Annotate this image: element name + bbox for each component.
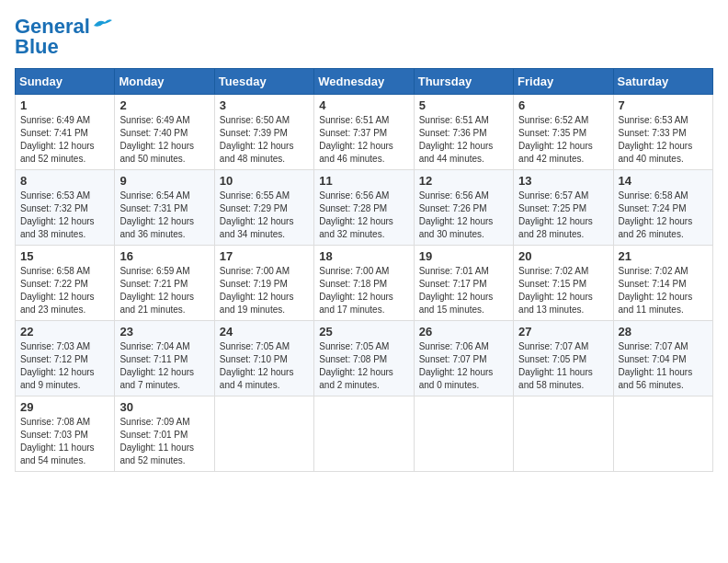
day-number: 13 — [518, 174, 608, 188]
day-number: 10 — [220, 174, 309, 188]
day-info: Sunrise: 6:53 AM Sunset: 7:33 PM Dayligh… — [619, 114, 708, 166]
calendar-day-cell: 20 Sunrise: 7:02 AM Sunset: 7:15 PM Dayl… — [514, 246, 613, 321]
day-number: 5 — [419, 98, 508, 112]
calendar-table: SundayMondayTuesdayWednesdayThursdayFrid… — [15, 68, 713, 472]
calendar-day-cell: 13 Sunrise: 6:57 AM Sunset: 7:25 PM Dayl… — [514, 170, 613, 246]
day-info: Sunrise: 6:57 AM Sunset: 7:25 PM Dayligh… — [518, 190, 608, 241]
calendar-day-cell: 22 Sunrise: 7:03 AM Sunset: 7:12 PM Dayl… — [16, 321, 115, 396]
day-info: Sunrise: 7:02 AM Sunset: 7:14 PM Dayligh… — [619, 265, 708, 316]
day-info: Sunrise: 6:52 AM Sunset: 7:35 PM Dayligh… — [518, 114, 608, 166]
day-number: 24 — [220, 325, 309, 339]
calendar-day-cell — [414, 396, 513, 472]
day-info: Sunrise: 7:07 AM Sunset: 7:04 PM Dayligh… — [619, 340, 708, 392]
day-number: 19 — [419, 249, 508, 263]
day-info: Sunrise: 7:00 AM Sunset: 7:19 PM Dayligh… — [220, 265, 309, 316]
calendar-day-cell: 21 Sunrise: 7:02 AM Sunset: 7:14 PM Dayl… — [613, 246, 712, 321]
day-info: Sunrise: 6:58 AM Sunset: 7:24 PM Dayligh… — [619, 190, 708, 241]
day-number: 23 — [119, 325, 209, 339]
calendar-day-cell: 9 Sunrise: 6:54 AM Sunset: 7:31 PM Dayli… — [115, 170, 214, 246]
calendar-day-cell: 25 Sunrise: 7:05 AM Sunset: 7:08 PM Dayl… — [314, 321, 414, 396]
day-info: Sunrise: 6:53 AM Sunset: 7:32 PM Dayligh… — [20, 190, 109, 241]
day-number: 18 — [319, 249, 408, 263]
day-number: 25 — [319, 325, 408, 339]
day-info: Sunrise: 7:05 AM Sunset: 7:08 PM Dayligh… — [319, 340, 408, 392]
day-number: 6 — [518, 98, 608, 112]
day-number: 1 — [20, 98, 109, 112]
day-info: Sunrise: 6:51 AM Sunset: 7:37 PM Dayligh… — [319, 114, 408, 166]
day-info: Sunrise: 7:07 AM Sunset: 7:05 PM Dayligh… — [518, 340, 608, 392]
day-info: Sunrise: 7:04 AM Sunset: 7:11 PM Dayligh… — [119, 340, 209, 392]
calendar-day-cell: 17 Sunrise: 7:00 AM Sunset: 7:19 PM Dayl… — [214, 246, 313, 321]
weekday-header: Saturday — [613, 69, 712, 95]
calendar-day-cell: 1 Sunrise: 6:49 AM Sunset: 7:41 PM Dayli… — [16, 95, 115, 170]
calendar-day-cell: 15 Sunrise: 6:58 AM Sunset: 7:22 PM Dayl… — [16, 246, 115, 321]
day-number: 27 — [518, 325, 608, 339]
logo-bird-icon — [92, 17, 112, 33]
calendar-day-cell: 30 Sunrise: 7:09 AM Sunset: 7:01 PM Dayl… — [115, 396, 214, 472]
day-number: 11 — [319, 174, 408, 188]
calendar-day-cell: 18 Sunrise: 7:00 AM Sunset: 7:18 PM Dayl… — [314, 246, 414, 321]
day-info: Sunrise: 7:09 AM Sunset: 7:01 PM Dayligh… — [119, 416, 209, 467]
weekday-header: Monday — [115, 69, 214, 95]
day-number: 30 — [119, 400, 209, 414]
calendar-week-row: 8 Sunrise: 6:53 AM Sunset: 7:32 PM Dayli… — [16, 170, 713, 246]
day-info: Sunrise: 7:06 AM Sunset: 7:07 PM Dayligh… — [419, 340, 508, 392]
day-info: Sunrise: 7:01 AM Sunset: 7:17 PM Dayligh… — [419, 265, 508, 316]
calendar-week-row: 1 Sunrise: 6:49 AM Sunset: 7:41 PM Dayli… — [16, 95, 713, 170]
day-number: 2 — [119, 98, 209, 112]
calendar-day-cell: 28 Sunrise: 7:07 AM Sunset: 7:04 PM Dayl… — [613, 321, 712, 396]
day-number: 22 — [20, 325, 109, 339]
day-info: Sunrise: 6:51 AM Sunset: 7:36 PM Dayligh… — [419, 114, 508, 166]
calendar-day-cell: 4 Sunrise: 6:51 AM Sunset: 7:37 PM Dayli… — [314, 95, 414, 170]
day-info: Sunrise: 6:49 AM Sunset: 7:40 PM Dayligh… — [119, 114, 209, 166]
calendar-day-cell: 12 Sunrise: 6:56 AM Sunset: 7:26 PM Dayl… — [414, 170, 513, 246]
day-info: Sunrise: 6:58 AM Sunset: 7:22 PM Dayligh… — [20, 265, 109, 316]
calendar-week-row: 22 Sunrise: 7:03 AM Sunset: 7:12 PM Dayl… — [16, 321, 713, 396]
day-number: 17 — [220, 249, 309, 263]
day-info: Sunrise: 7:08 AM Sunset: 7:03 PM Dayligh… — [20, 416, 109, 467]
calendar-day-cell: 7 Sunrise: 6:53 AM Sunset: 7:33 PM Dayli… — [613, 95, 712, 170]
calendar-day-cell: 26 Sunrise: 7:06 AM Sunset: 7:07 PM Dayl… — [414, 321, 513, 396]
calendar-day-cell: 14 Sunrise: 6:58 AM Sunset: 7:24 PM Dayl… — [613, 170, 712, 246]
day-info: Sunrise: 6:49 AM Sunset: 7:41 PM Dayligh… — [20, 114, 109, 166]
calendar-day-cell: 16 Sunrise: 6:59 AM Sunset: 7:21 PM Dayl… — [115, 246, 214, 321]
day-info: Sunrise: 6:54 AM Sunset: 7:31 PM Dayligh… — [119, 190, 209, 241]
day-number: 7 — [619, 98, 708, 112]
logo-blue: Blue — [15, 35, 59, 59]
day-info: Sunrise: 6:55 AM Sunset: 7:29 PM Dayligh… — [220, 190, 309, 241]
day-number: 28 — [619, 325, 708, 339]
day-number: 14 — [619, 174, 708, 188]
day-number: 26 — [419, 325, 508, 339]
weekday-header: Tuesday — [214, 69, 313, 95]
calendar-day-cell: 5 Sunrise: 6:51 AM Sunset: 7:36 PM Dayli… — [414, 95, 513, 170]
day-info: Sunrise: 7:02 AM Sunset: 7:15 PM Dayligh… — [518, 265, 608, 316]
day-info: Sunrise: 7:03 AM Sunset: 7:12 PM Dayligh… — [20, 340, 109, 392]
weekday-header: Wednesday — [314, 69, 414, 95]
calendar-day-cell: 24 Sunrise: 7:05 AM Sunset: 7:10 PM Dayl… — [214, 321, 313, 396]
calendar-day-cell: 3 Sunrise: 6:50 AM Sunset: 7:39 PM Dayli… — [214, 95, 313, 170]
calendar-week-row: 15 Sunrise: 6:58 AM Sunset: 7:22 PM Dayl… — [16, 246, 713, 321]
calendar-day-cell — [214, 396, 313, 472]
day-number: 29 — [20, 400, 109, 414]
day-number: 12 — [419, 174, 508, 188]
day-number: 16 — [119, 249, 209, 263]
calendar-day-cell: 10 Sunrise: 6:55 AM Sunset: 7:29 PM Dayl… — [214, 170, 313, 246]
weekday-header: Thursday — [414, 69, 513, 95]
weekday-header: Friday — [514, 69, 613, 95]
calendar-day-cell: 19 Sunrise: 7:01 AM Sunset: 7:17 PM Dayl… — [414, 246, 513, 321]
day-number: 20 — [518, 249, 608, 263]
calendar-day-cell: 2 Sunrise: 6:49 AM Sunset: 7:40 PM Dayli… — [115, 95, 214, 170]
day-info: Sunrise: 6:50 AM Sunset: 7:39 PM Dayligh… — [220, 114, 309, 166]
day-number: 8 — [20, 174, 109, 188]
day-info: Sunrise: 6:56 AM Sunset: 7:28 PM Dayligh… — [319, 190, 408, 241]
day-info: Sunrise: 6:59 AM Sunset: 7:21 PM Dayligh… — [119, 265, 209, 316]
day-number: 4 — [319, 98, 408, 112]
calendar-header-row: SundayMondayTuesdayWednesdayThursdayFrid… — [16, 69, 713, 95]
day-number: 3 — [220, 98, 309, 112]
day-number: 9 — [119, 174, 209, 188]
day-number: 21 — [619, 249, 708, 263]
calendar-day-cell: 27 Sunrise: 7:07 AM Sunset: 7:05 PM Dayl… — [514, 321, 613, 396]
calendar-day-cell — [514, 396, 613, 472]
day-number: 15 — [20, 249, 109, 263]
day-info: Sunrise: 6:56 AM Sunset: 7:26 PM Dayligh… — [419, 190, 508, 241]
